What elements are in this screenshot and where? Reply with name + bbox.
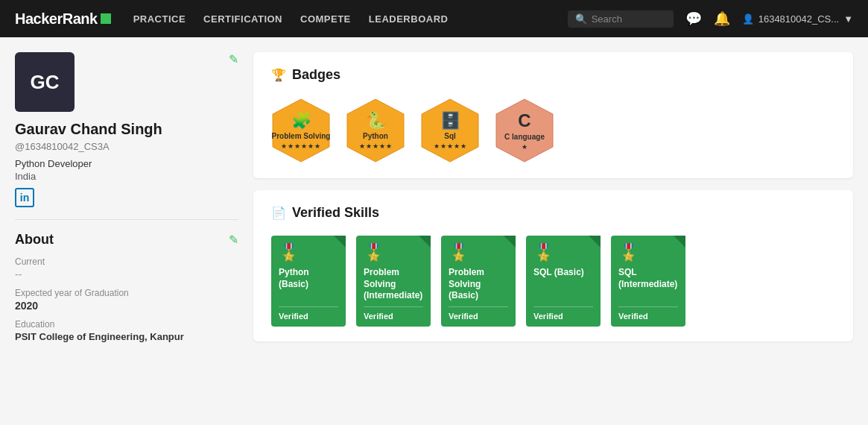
brand-logo[interactable]: HackerRank <box>15 10 111 28</box>
edit-profile-icon[interactable]: ✎ <box>229 52 238 66</box>
current-value: -- <box>15 268 238 280</box>
graduation-label: Expected year of Graduation <box>15 288 238 298</box>
nav-certification[interactable]: CERTIFICATION <box>203 13 282 25</box>
about-title: About <box>15 232 54 248</box>
badge-python: 🐍 Python ★★★★★ <box>346 98 405 163</box>
nav-compete[interactable]: COMPETE <box>300 13 351 25</box>
current-label: Current <box>15 256 238 267</box>
badges-title: Badges <box>292 67 340 83</box>
problem-solving-stars: ★★★★★★ <box>281 142 321 150</box>
profile-title: Python Developer <box>15 158 238 169</box>
education-label: Education <box>15 319 238 330</box>
search-box[interactable]: 🔍 <box>568 10 674 28</box>
badge-hexagon-problem-solving: 🧩 Problem Solving ★★★★★★ <box>271 98 331 163</box>
problem-solving-icon: 🧩 <box>291 111 311 130</box>
skills-row: 🎖️ Python (Basic) Verified 🎖️ Problem So… <box>271 236 835 327</box>
c-language-stars: ★ <box>522 143 528 151</box>
skill-sql-intermediate-verified: Verified <box>618 306 678 321</box>
skill-problem-solving-intermediate-medal: 🎖️ <box>364 243 384 262</box>
skill-sql-basic-verified: Verified <box>533 306 593 321</box>
bell-icon[interactable]: 🔔 <box>714 10 730 27</box>
search-input[interactable] <box>592 13 666 25</box>
badge-hexagon-sql: 🗄️ Sql ★★★★★ <box>420 98 480 163</box>
skill-sql-intermediate: 🎖️ SQL (Intermediate) Verified <box>611 236 685 327</box>
badge-content-sql: 🗄️ Sql ★★★★★ <box>434 111 467 150</box>
skill-problem-solving-intermediate-verified: Verified <box>364 306 423 321</box>
linkedin-icon[interactable]: in <box>15 188 34 207</box>
python-name: Python <box>363 132 388 141</box>
profile-header: GC ✎ <box>15 52 238 112</box>
python-stars: ★★★★★ <box>359 142 393 150</box>
badges-card: 🏆 Badges 🧩 Problem Solving ★★★★★★ <box>253 52 853 178</box>
user-label: 1634810042_CS... <box>758 13 839 25</box>
skill-sql-basic-inner: 🎖️ SQL (Basic) Verified <box>526 236 601 327</box>
brand-name: HackerRank <box>15 10 98 28</box>
badge-content-python: 🐍 Python ★★★★★ <box>359 111 393 150</box>
verified-skills-title: Verified Skills <box>292 205 379 221</box>
badge-section-icon: 🏆 <box>271 68 286 82</box>
skill-sql-intermediate-inner: 🎖️ SQL (Intermediate) Verified <box>611 236 685 327</box>
profile-country: India <box>15 171 238 182</box>
badge-hexagon-python: 🐍 Python ★★★★★ <box>346 98 405 163</box>
skill-problem-solving-basic-verified: Verified <box>449 306 508 321</box>
skill-python-basic-name: Python (Basic) <box>279 267 338 302</box>
skill-sql-intermediate-medal: 🎖️ <box>618 243 639 262</box>
user-icon: 👤 <box>742 13 754 25</box>
sql-name: Sql <box>444 132 456 141</box>
badges-header: 🏆 Badges <box>271 67 835 83</box>
edit-about-icon[interactable]: ✎ <box>229 233 238 247</box>
problem-solving-name: Problem Solving <box>272 132 331 141</box>
brand-square-icon <box>101 13 111 24</box>
sql-stars: ★★★★★ <box>434 142 467 150</box>
left-sidebar: GC ✎ Gaurav Chand Singh @1634810042_CS3A… <box>15 52 238 410</box>
chevron-down-icon: ▼ <box>843 13 853 25</box>
profile-handle: @1634810042_CS3A <box>15 141 238 152</box>
main-layout: GC ✎ Gaurav Chand Singh @1634810042_CS3A… <box>0 37 868 425</box>
badge-hexagon-c-language: C C language ★ <box>495 98 554 163</box>
badge-content-c-language: C C language ★ <box>504 110 545 151</box>
skill-python-basic-medal: 🎖️ <box>279 243 299 262</box>
skill-sql-basic-medal: 🎖️ <box>533 243 554 262</box>
badges-row: 🧩 Problem Solving ★★★★★★ 🐍 <box>271 98 835 163</box>
nav-leaderboard[interactable]: LEADERBOARD <box>369 13 449 25</box>
navbar: HackerRank PRACTICE CERTIFICATION COMPET… <box>0 0 868 37</box>
skill-python-basic-verified: Verified <box>279 306 338 321</box>
skill-python-basic: 🎖️ Python (Basic) Verified <box>271 236 346 327</box>
right-content: 🏆 Badges 🧩 Problem Solving ★★★★★★ <box>253 52 853 410</box>
skill-python-basic-inner: 🎖️ Python (Basic) Verified <box>271 236 346 327</box>
user-menu[interactable]: 👤 1634810042_CS... ▼ <box>742 13 853 25</box>
c-language-icon: C <box>518 110 530 131</box>
c-language-name: C language <box>504 133 545 142</box>
skill-sql-basic: 🎖️ SQL (Basic) Verified <box>526 236 601 327</box>
nav-practice[interactable]: PRACTICE <box>133 13 186 25</box>
about-header: About ✎ <box>15 232 238 248</box>
message-icon[interactable]: 💬 <box>685 10 702 27</box>
badge-sql: 🗄️ Sql ★★★★★ <box>420 98 480 163</box>
skill-problem-solving-intermediate: 🎖️ Problem Solving (Intermediate) Verifi… <box>356 236 431 327</box>
avatar: GC <box>15 52 75 112</box>
skill-sql-intermediate-name: SQL (Intermediate) <box>618 267 678 302</box>
verified-skills-card: 📄 Verified Skills 🎖️ Python (Basic) Veri… <box>253 190 853 341</box>
badge-content-problem-solving: 🧩 Problem Solving ★★★★★★ <box>272 111 331 150</box>
search-icon: 🔍 <box>575 13 587 25</box>
sql-icon: 🗄️ <box>440 111 460 130</box>
skill-problem-solving-basic: 🎖️ Problem Solving (Basic) Verified <box>441 236 516 327</box>
skill-problem-solving-basic-medal: 🎖️ <box>449 243 469 262</box>
graduation-value: 2020 <box>15 300 238 312</box>
skill-sql-basic-name: SQL (Basic) <box>533 267 584 302</box>
nav-links: PRACTICE CERTIFICATION COMPETE LEADERBOA… <box>133 13 545 25</box>
skill-problem-solving-intermediate-name: Problem Solving (Intermediate) <box>364 267 423 302</box>
skill-problem-solving-intermediate-inner: 🎖️ Problem Solving (Intermediate) Verifi… <box>356 236 431 327</box>
profile-divider <box>15 219 238 220</box>
verified-skills-section-icon: 📄 <box>271 206 286 220</box>
skill-problem-solving-basic-inner: 🎖️ Problem Solving (Basic) Verified <box>441 236 516 327</box>
profile-name: Gaurav Chand Singh <box>15 121 238 138</box>
education-value: PSIT College of Engineering, Kanpur <box>15 331 238 342</box>
about-section: About ✎ Current -- Expected year of Grad… <box>15 232 238 342</box>
badge-c-language: C C language ★ <box>495 98 554 163</box>
nav-right: 🔍 💬 🔔 👤 1634810042_CS... ▼ <box>568 10 853 28</box>
skill-problem-solving-basic-name: Problem Solving (Basic) <box>449 267 508 302</box>
badge-problem-solving: 🧩 Problem Solving ★★★★★★ <box>271 98 331 163</box>
python-icon: 🐍 <box>366 111 386 130</box>
verified-skills-header: 📄 Verified Skills <box>271 205 835 221</box>
